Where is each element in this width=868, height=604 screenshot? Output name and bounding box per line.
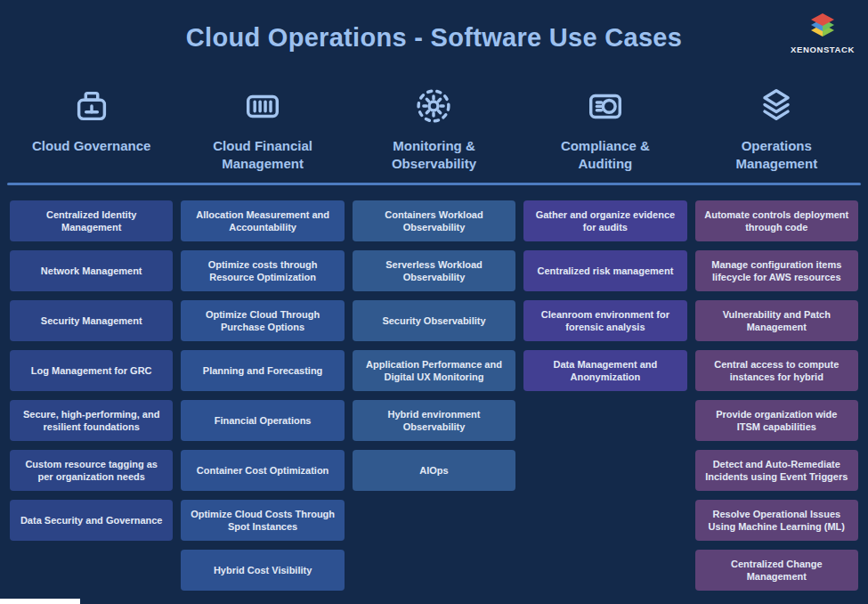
column-header-monitoring-observability: Monitoring & Observability (353, 86, 515, 172)
use-case-box: Vulnerability and Patch Management (695, 300, 858, 341)
use-case-box: Planning and Forecasting (181, 350, 344, 391)
header-divider-line (7, 183, 861, 185)
column-label: Compliance & Auditing (539, 137, 672, 172)
column-label: Monitoring & Observability (367, 137, 500, 172)
use-case-box: AIOps (353, 450, 515, 491)
use-case-box: Containers Workload Observability (353, 200, 515, 241)
use-case-box: Financial Operations (181, 400, 344, 441)
column-label: Cloud Governance (32, 137, 150, 172)
audit-scope-icon (585, 86, 626, 127)
use-case-box: Application Performance and Digital UX M… (353, 350, 515, 391)
infographic-page: Cloud Operations - Software Use Cases XE… (0, 0, 868, 604)
gear-dashed-circle-icon (413, 86, 454, 127)
column-label: Operations Management (710, 137, 843, 172)
xenonstack-logo: XENONSTACK (785, 11, 860, 54)
use-case-box: Data Security and Governance (10, 500, 173, 541)
use-case-box: Gather and organize evidence for audits (523, 200, 686, 241)
use-case-box: Hybrid Cost Visibility (181, 550, 344, 591)
use-case-box: Central access to compute instances for … (695, 350, 858, 391)
use-case-box: Security Observability (353, 300, 515, 341)
column-header-cloud-governance: Cloud Governance (10, 86, 173, 172)
column-items-monitoring-observability: Containers Workload ObservabilityServerl… (353, 200, 515, 591)
use-case-box: Secure, high-performing, and resilient f… (10, 400, 173, 441)
column-items-compliance-auditing: Gather and organize evidence for auditsC… (523, 200, 686, 591)
use-case-box: Provide organization wide ITSM capabilit… (695, 400, 858, 441)
page-title: Cloud Operations - Software Use Cases (0, 23, 868, 53)
use-case-box: Custom resource tagging as per organizat… (10, 450, 173, 491)
use-case-box: Hybrid environment Observability (353, 400, 515, 441)
stacked-layers-icon (756, 86, 797, 127)
use-case-box: Centralized Identity Management (10, 200, 173, 241)
use-case-box: Network Management (10, 250, 173, 291)
use-case-box: Resolve Operational Issues Using Machine… (695, 500, 858, 541)
title-row: Cloud Operations - Software Use Cases XE… (0, 0, 868, 69)
column-header-operations-management: Operations Management (695, 86, 858, 172)
governance-lock-case-icon (71, 86, 112, 127)
column-header-compliance-auditing: Compliance & Auditing (523, 86, 686, 172)
use-case-box: Optimize Cloud Through Purchase Options (181, 300, 344, 341)
column-items-operations-management: Automate controls deployment through cod… (695, 200, 858, 591)
use-case-box: Detect and Auto-Remediate Incidents usin… (695, 450, 858, 491)
use-case-grid: Centralized Identity ManagementNetwork M… (0, 200, 868, 591)
use-case-box: Data Management and Anonymization (523, 350, 686, 391)
use-case-box: Centralized risk management (523, 250, 686, 291)
xenonstack-stack-icon (807, 11, 839, 43)
use-case-box: Allocation Measurement and Accountabilit… (181, 200, 344, 241)
column-header-cloud-financial-management: Cloud Financial Management (181, 86, 344, 172)
use-case-box: Cleanroom environment for forensic analy… (523, 300, 686, 341)
bottom-white-strip (0, 599, 80, 604)
column-label: Cloud Financial Management (196, 137, 329, 172)
xenonstack-logo-text: XENONSTACK (791, 45, 855, 54)
use-case-box: Container Cost Optimization (181, 450, 344, 491)
column-headers: Cloud GovernanceCloud Financial Manageme… (0, 86, 868, 172)
column-items-cloud-financial-management: Allocation Measurement and Accountabilit… (181, 200, 344, 591)
use-case-box: Optimize costs through Resource Optimiza… (181, 250, 344, 291)
column-items-cloud-governance: Centralized Identity ManagementNetwork M… (10, 200, 173, 591)
use-case-box: Automate controls deployment through cod… (695, 200, 858, 241)
billing-card-icon (242, 86, 283, 127)
use-case-box: Optimize Cloud Costs Through Spot Instan… (181, 500, 344, 541)
use-case-box: Security Management (10, 300, 173, 341)
use-case-box: Centralized Change Management (695, 550, 858, 591)
use-case-box: Manage configuration items lifecycle for… (695, 250, 858, 291)
use-case-box: Serverless Workload Observability (353, 250, 515, 291)
use-case-box: Log Management for GRC (10, 350, 173, 391)
